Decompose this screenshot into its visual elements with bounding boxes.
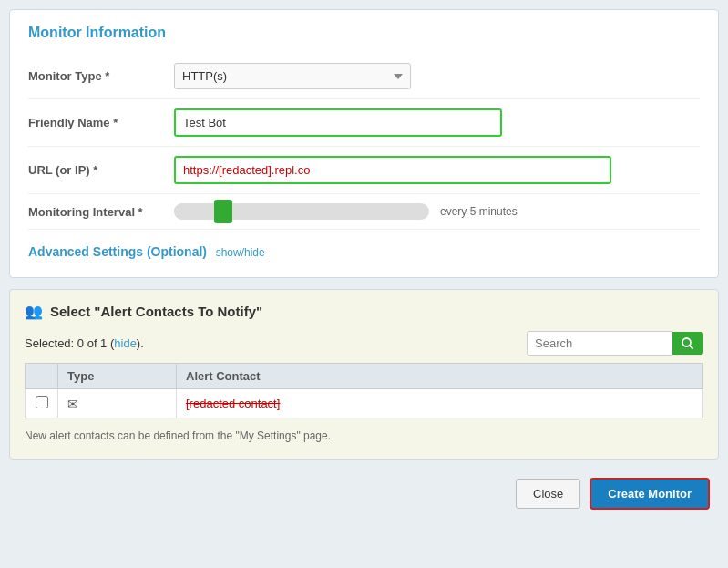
alert-toolbar: Selected: 0 of 1 (hide). xyxy=(25,331,703,356)
advanced-settings-toggle[interactable]: show/hide xyxy=(216,246,265,259)
slider-label: every 5 minutes xyxy=(440,205,518,218)
search-input[interactable] xyxy=(527,331,672,356)
row-type-cell: ✉ xyxy=(58,389,177,418)
friendly-name-control xyxy=(174,108,700,137)
monitor-type-row: Monitor Type * HTTP(s) HTTPS Ping Port K… xyxy=(28,54,700,99)
footer: Close Create Monitor xyxy=(9,470,719,517)
contacts-table: Type Alert Contact ✉ [redacted contact] xyxy=(25,363,703,418)
url-input[interactable] xyxy=(174,156,611,184)
row-checkbox-cell xyxy=(26,389,58,418)
page-wrapper: Monitor Information Monitor Type * HTTP(… xyxy=(0,0,728,568)
slider-thumb[interactable] xyxy=(214,200,232,223)
svg-line-1 xyxy=(690,346,692,348)
alert-contacts-title-text: Select "Alert Contacts To Notify" xyxy=(50,304,262,319)
col-alert-contact: Alert Contact xyxy=(177,364,703,389)
col-type: Type xyxy=(58,364,177,389)
hide-link[interactable]: hide xyxy=(114,336,137,350)
row-checkbox[interactable] xyxy=(36,396,48,408)
url-control xyxy=(174,156,700,184)
search-icon xyxy=(682,337,693,349)
monitor-type-control: HTTP(s) HTTPS Ping Port Keyword xyxy=(174,63,700,89)
url-row: URL (or IP) * xyxy=(28,147,700,194)
alert-contacts-title: 👥 Select "Alert Contacts To Notify" xyxy=(25,303,703,320)
search-box xyxy=(527,331,703,356)
friendly-name-label: Friendly Name * xyxy=(28,116,174,129)
monitoring-interval-control: every 5 minutes xyxy=(174,203,700,220)
contacts-icon: 👥 xyxy=(25,303,43,320)
contacts-table-header-row: Type Alert Contact xyxy=(26,364,703,389)
advanced-settings-row: Advanced Settings (Optional) show/hide xyxy=(28,239,700,259)
slider-track[interactable] xyxy=(174,203,429,220)
monitor-type-select-wrapper: HTTP(s) HTTPS Ping Port Keyword xyxy=(174,63,411,89)
close-button[interactable]: Close xyxy=(516,479,580,509)
slider-wrapper: every 5 minutes xyxy=(174,203,700,220)
selected-after: ). xyxy=(137,336,144,350)
table-row: ✉ [redacted contact] xyxy=(26,389,703,418)
contacts-table-head: Type Alert Contact xyxy=(26,364,703,389)
friendly-name-row: Friendly Name * xyxy=(28,99,700,147)
col-checkbox xyxy=(26,364,58,389)
table-note: New alert contacts can be defined from t… xyxy=(25,426,703,446)
search-button[interactable] xyxy=(672,332,703,355)
monitoring-interval-label: Monitoring Interval * xyxy=(28,205,174,219)
url-label: URL (or IP) * xyxy=(28,163,174,177)
monitor-info-card: Monitor Information Monitor Type * HTTP(… xyxy=(9,9,719,278)
contact-name: [redacted contact] xyxy=(186,397,280,410)
monitor-type-label: Monitor Type * xyxy=(28,69,174,83)
row-contact-cell: [redacted contact] xyxy=(177,389,703,418)
email-icon: ✉ xyxy=(67,397,78,411)
create-monitor-button[interactable]: Create Monitor xyxy=(590,478,710,510)
monitor-type-select[interactable]: HTTP(s) HTTPS Ping Port Keyword xyxy=(174,63,411,89)
contacts-table-body: ✉ [redacted contact] xyxy=(26,389,703,418)
selected-text: Selected: 0 of 1 ( xyxy=(25,336,114,350)
advanced-settings-link[interactable]: Advanced Settings (Optional) xyxy=(28,244,207,259)
alert-contacts-card: 👥 Select "Alert Contacts To Notify" Sele… xyxy=(9,289,719,460)
selected-info: Selected: 0 of 1 (hide). xyxy=(25,336,144,350)
monitoring-interval-row: Monitoring Interval * every 5 minutes xyxy=(28,194,700,230)
monitor-info-title: Monitor Information xyxy=(28,25,700,41)
friendly-name-input[interactable] xyxy=(174,108,502,137)
